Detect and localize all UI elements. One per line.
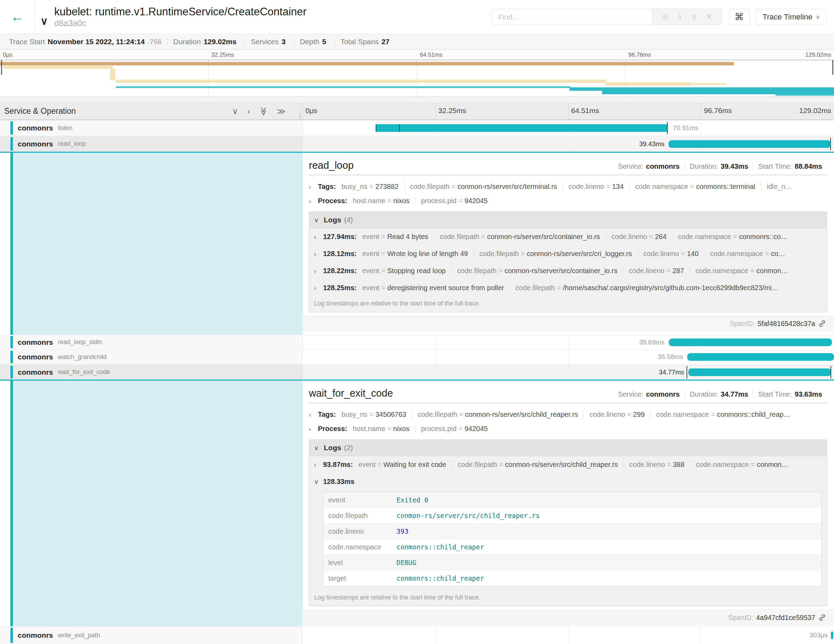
- log-field: code.filepathconmon-rs/server/src/child_…: [452, 461, 618, 469]
- span-name-cell[interactable]: conmonrs read_loop_stdin: [0, 335, 302, 350]
- minimap-bar: [606, 83, 691, 86]
- timeline-axis-header: 0μs 32.25ms 64.51ms 96.76ms 129.02ms: [302, 103, 834, 120]
- find-clear-icon[interactable]: ✕: [706, 12, 712, 21]
- log-field-row: code.namespace conmonrs::child_reaper: [323, 539, 821, 555]
- log-field-value: Exited 0: [396, 496, 428, 504]
- expand-all-icon[interactable]: ≫: [277, 107, 286, 115]
- span-timeline-cell[interactable]: 39.43ms: [302, 136, 834, 152]
- collapse-all-icon[interactable]: ≫: [259, 107, 267, 115]
- summary-value-fraction: .756: [147, 37, 162, 46]
- log-field-key: event: [323, 496, 396, 504]
- span-name-cell[interactable]: conmonrs wait_for_exit_code: [0, 365, 302, 380]
- span-row-read-loop-stdin[interactable]: conmonrs read_loop_stdin 39.69ms: [0, 335, 834, 350]
- find-prev-icon[interactable]: ∧: [677, 12, 683, 21]
- tag-chip: code.filepathconmon-rs/server/src/termin…: [404, 183, 557, 191]
- deep-link-icon[interactable]: [818, 613, 826, 622]
- process-row[interactable]: › Process: host.namenixos process.pid942…: [309, 422, 827, 436]
- span-row-listen[interactable]: conmonrs listen 70.91ms: [0, 120, 834, 136]
- summary-value: 129.02ms: [204, 37, 236, 46]
- span-name-cell[interactable]: conmonrs listen: [0, 120, 302, 136]
- tags-row[interactable]: › Tags: busy_ns273882 code.filepathconmo…: [309, 180, 827, 194]
- log-field: code.namespaceconmon…: [690, 461, 789, 469]
- process-row[interactable]: › Process: host.namenixos process.pid942…: [309, 194, 827, 208]
- minimap-bar: [116, 80, 606, 83]
- tick-label: 96.76ms: [629, 52, 651, 58]
- span-name-cell[interactable]: conmonrs watch_grandchild: [0, 350, 302, 364]
- minimap-scrubber-right[interactable]: [832, 60, 833, 75]
- find-next-icon[interactable]: ∨: [692, 12, 697, 21]
- log-field: code.lineno140: [637, 250, 698, 258]
- span-bar[interactable]: [831, 631, 834, 639]
- span-timeline-cell[interactable]: 70.91ms: [302, 120, 834, 136]
- log-row[interactable]: › 127.94ms: eventRead 4 bytescode.filepa…: [309, 228, 827, 245]
- span-name-cell[interactable]: conmonrs write_exit_path: [0, 626, 302, 644]
- operation-name: wait_for_exit_code: [58, 369, 110, 376]
- minimap-bar: [690, 83, 727, 85]
- service-color-bar: [10, 336, 13, 348]
- view-select-label: Trace Timeline: [763, 13, 813, 21]
- find-input[interactable]: [492, 9, 652, 25]
- log-row[interactable]: › 93.87ms: eventWaiting for exit codecod…: [309, 456, 827, 473]
- log-row[interactable]: › 128.25ms: eventderegistering event sou…: [309, 279, 827, 296]
- tag-chip: busy_ns34506763: [341, 411, 406, 419]
- span-row-write-exit-path[interactable]: conmonrs write_exit_path 303μs: [0, 626, 834, 644]
- log-row[interactable]: › 128.12ms: eventWrote log line of lengt…: [309, 245, 827, 262]
- span-bar[interactable]: [668, 140, 831, 148]
- log-field: eventderegistering event source from pol…: [362, 284, 504, 292]
- tags-label: Tags:: [318, 411, 336, 419]
- span-timeline-cell[interactable]: 34.77ms: [302, 365, 834, 380]
- trace-minimap[interactable]: [0, 60, 834, 97]
- logs-footnote: Log timestamps are relative to the start…: [309, 591, 827, 606]
- meta-value: 39.43ms: [721, 162, 748, 170]
- logs-header[interactable]: ∨ Logs (2): [309, 440, 827, 456]
- keyboard-shortcuts-button[interactable]: ⌘: [729, 9, 750, 25]
- tag-chip: code.lineno299: [583, 411, 645, 419]
- find-match-icon[interactable]: ◎: [661, 12, 668, 21]
- span-timeline-cell[interactable]: 35.58ms: [302, 350, 834, 364]
- meta-value: 88.84ms: [795, 162, 822, 170]
- log-field-key: level: [323, 559, 396, 567]
- deep-link-icon[interactable]: [818, 319, 826, 328]
- tags-row[interactable]: › Tags: busy_ns34506763 code.filepathcon…: [309, 408, 827, 422]
- log-timestamp: 93.87ms:: [323, 461, 353, 469]
- tag-key: busy_ns: [341, 411, 368, 418]
- logs-header[interactable]: ∨ Logs (4): [309, 212, 827, 228]
- span-row-wait-for-exit-code[interactable]: conmonrs wait_for_exit_code 34.77ms: [0, 364, 834, 380]
- summary-label: Services: [251, 37, 279, 46]
- span-row-watch-grandchild[interactable]: conmonrs watch_grandchild 35.58ms: [0, 350, 834, 364]
- span-bar[interactable]: [688, 369, 831, 376]
- span-timeline-cell[interactable]: 303μs: [302, 626, 834, 644]
- tick-label: 96.76ms: [704, 107, 732, 115]
- expand-one-icon[interactable]: ›: [247, 107, 250, 115]
- chevron-right-icon: ›: [309, 197, 318, 205]
- span-row-read-loop[interactable]: conmonrs read_loop 39.43ms: [0, 136, 834, 152]
- collapse-one-icon[interactable]: ∨: [232, 107, 238, 115]
- minimap-scrubber-left[interactable]: [1, 60, 2, 75]
- minimap-bar: [116, 86, 571, 88]
- tick-label: 32.25ms: [438, 107, 466, 115]
- collapse-trace-icon[interactable]: ∨: [40, 15, 48, 27]
- log-field-row: event Exited 0: [323, 492, 821, 508]
- service-color-bar: [10, 137, 13, 150]
- meta-value: 93.63ms: [795, 390, 822, 398]
- view-select[interactable]: Trace Timeline ∨: [756, 9, 826, 25]
- span-name-cell[interactable]: conmonrs read_loop: [0, 136, 302, 152]
- log-timestamp: 127.94ms:: [323, 233, 357, 241]
- log-row-expanded[interactable]: ∨ 128.33ms: [309, 473, 827, 490]
- span-bar[interactable]: [376, 124, 668, 132]
- span-bar[interactable]: [669, 338, 832, 346]
- span-detail-header: read_loop Service: conmonrs Duration: 39…: [309, 157, 827, 175]
- process-value: 942045: [457, 197, 488, 205]
- back-button[interactable]: ←: [0, 0, 35, 34]
- trace-timeline-page: ← ∨ kubelet: runtime.v1.RuntimeService/C…: [0, 0, 834, 644]
- log-field: code.filepathconmon-rs/server/src/contai…: [434, 233, 600, 241]
- column-resize-grip[interactable]: ∥: [299, 112, 302, 120]
- span-timeline-cell[interactable]: 39.69ms: [302, 335, 834, 350]
- log-row[interactable]: › 128.22ms: eventStopping read loopcode.…: [309, 262, 827, 279]
- log-timestamp: 128.25ms:: [323, 284, 357, 292]
- process-key: process.pid: [421, 425, 456, 432]
- tag-chip: idle_n…: [761, 183, 792, 191]
- chevron-right-icon: ›: [309, 425, 318, 433]
- tag-chip: busy_ns273882: [341, 183, 399, 191]
- span-bar[interactable]: [687, 353, 834, 361]
